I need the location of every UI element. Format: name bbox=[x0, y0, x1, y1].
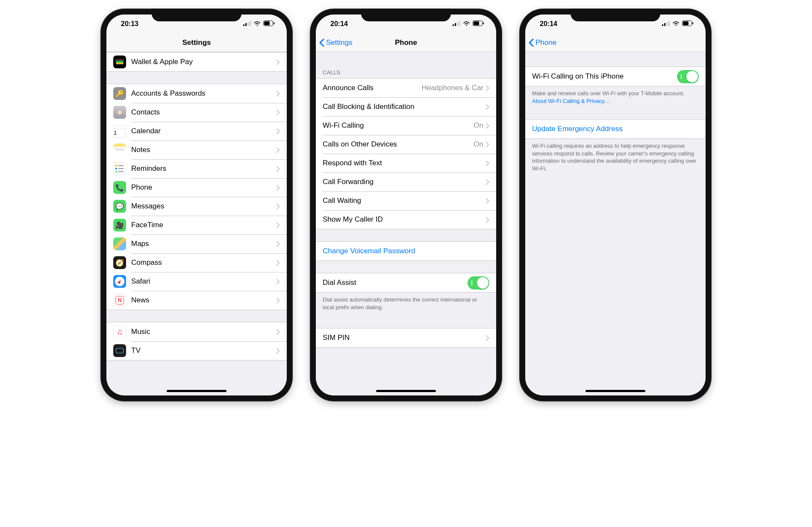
settings-row[interactable]: Call Blocking & Identification bbox=[316, 97, 496, 116]
chevron-right-icon bbox=[486, 217, 489, 223]
back-label: Settings bbox=[326, 38, 352, 47]
row-label: Wallet & Apple Pay bbox=[131, 58, 277, 66]
row-label: Wi-Fi Calling bbox=[323, 121, 474, 130]
settings-row[interactable]: Calls on Other DevicesOn bbox=[316, 135, 496, 154]
footer-link[interactable]: About Wi-Fi Calling & Privacy… bbox=[532, 98, 610, 104]
settings-row[interactable]: NNews bbox=[106, 291, 287, 310]
settings-row[interactable]: 🔑Accounts & Passwords bbox=[106, 84, 287, 103]
row-label: Messages bbox=[131, 202, 277, 211]
nav-bar: Settings bbox=[106, 33, 287, 52]
home-indicator[interactable] bbox=[585, 390, 645, 392]
settings-row[interactable]: Show My Caller ID bbox=[316, 210, 496, 229]
settings-row[interactable]: 💬Messages bbox=[106, 197, 287, 216]
settings-row[interactable]: Wallet & Apple Pay bbox=[106, 53, 287, 71]
row-label: Safari bbox=[131, 277, 277, 286]
row-label: Call Waiting bbox=[323, 196, 486, 205]
settings-row[interactable]: Change Voicemail Password bbox=[316, 242, 496, 261]
toggle-switch[interactable] bbox=[468, 276, 489, 290]
row-label: Wi-Fi Calling on This iPhone bbox=[532, 72, 677, 81]
notes-icon bbox=[113, 143, 126, 156]
back-button[interactable]: Phone bbox=[529, 38, 556, 47]
svg-rect-9 bbox=[457, 22, 458, 26]
svg-rect-3 bbox=[250, 21, 251, 26]
iphone-frame: 20:14SettingsPhoneCALLSAnnounce CallsHea… bbox=[310, 9, 502, 401]
settings-row[interactable]: Contacts bbox=[106, 103, 287, 122]
svg-rect-6 bbox=[274, 22, 274, 24]
tv-icon bbox=[113, 344, 126, 357]
svg-rect-15 bbox=[664, 23, 665, 26]
content-scroll[interactable]: Wallet & Apple Pay🔑Accounts & PasswordsC… bbox=[106, 52, 287, 395]
settings-row[interactable]: Announce CallsHeadphones & Car bbox=[316, 79, 496, 97]
settings-row[interactable]: ♫Music bbox=[106, 322, 287, 341]
settings-row[interactable]: 🎥FaceTime bbox=[106, 216, 287, 234]
row-label: Maps bbox=[131, 240, 277, 248]
phone-icon: 📞 bbox=[113, 181, 126, 194]
signal-icon bbox=[243, 20, 251, 28]
chevron-right-icon bbox=[486, 161, 489, 166]
battery-icon bbox=[473, 20, 484, 28]
row-label: Call Blocking & Identification bbox=[323, 102, 486, 111]
chevron-right-icon bbox=[277, 241, 280, 247]
battery-icon bbox=[682, 20, 694, 28]
svg-rect-12 bbox=[474, 21, 479, 25]
settings-row[interactable]: Dial Assist bbox=[316, 273, 496, 292]
svg-rect-8 bbox=[455, 23, 456, 26]
screen: 20:14PhoneWi-Fi Calling on This iPhoneMa… bbox=[525, 15, 706, 395]
settings-row[interactable]: Respond with Text bbox=[316, 154, 496, 173]
home-indicator[interactable] bbox=[376, 390, 436, 392]
nav-bar: SettingsPhone bbox=[316, 33, 496, 52]
settings-row[interactable]: ・・・・1Calendar bbox=[106, 122, 287, 141]
contacts-icon bbox=[113, 106, 126, 119]
settings-row[interactable]: Update Emergency Address bbox=[525, 120, 706, 138]
back-label: Phone bbox=[535, 38, 556, 47]
settings-row[interactable]: Maps bbox=[106, 234, 287, 253]
notch bbox=[571, 9, 660, 21]
section-header: CALLS bbox=[316, 67, 496, 78]
chevron-right-icon bbox=[277, 279, 280, 284]
svg-rect-17 bbox=[668, 21, 670, 26]
svg-rect-20 bbox=[692, 22, 693, 24]
nav-title: Settings bbox=[182, 38, 211, 47]
svg-rect-5 bbox=[264, 21, 270, 25]
news-icon: N bbox=[113, 294, 126, 307]
settings-row[interactable]: TV bbox=[106, 341, 287, 360]
nav-title: Phone bbox=[395, 38, 417, 47]
chevron-right-icon bbox=[277, 147, 280, 153]
reminders-icon bbox=[113, 162, 126, 175]
settings-row[interactable]: Call Forwarding bbox=[316, 173, 496, 191]
nav-bar: Phone bbox=[525, 33, 706, 52]
settings-row[interactable]: SIM PIN bbox=[316, 328, 496, 347]
home-indicator[interactable] bbox=[167, 390, 227, 392]
row-label: Dial Assist bbox=[323, 278, 468, 287]
chevron-right-icon bbox=[277, 260, 280, 266]
music-icon: ♫ bbox=[113, 325, 126, 338]
status-time: 20:13 bbox=[121, 20, 138, 28]
settings-row[interactable]: Notes bbox=[106, 141, 287, 159]
notch bbox=[152, 9, 241, 21]
row-label: Announce Calls bbox=[323, 84, 421, 92]
settings-row[interactable]: 🧭Compass bbox=[106, 253, 287, 272]
row-label: Calendar bbox=[131, 127, 277, 135]
row-label: TV bbox=[131, 346, 277, 355]
svg-rect-2 bbox=[247, 22, 249, 26]
toggle-switch[interactable] bbox=[677, 70, 699, 83]
settings-row[interactable]: 📞Phone bbox=[106, 178, 287, 197]
back-button[interactable]: Settings bbox=[319, 38, 352, 47]
settings-row[interactable]: Call Waiting bbox=[316, 191, 496, 210]
settings-row[interactable]: Safari bbox=[106, 272, 287, 291]
row-label: FaceTime bbox=[131, 221, 277, 229]
content-scroll[interactable]: Wi-Fi Calling on This iPhoneMake and rec… bbox=[525, 52, 706, 395]
chevron-right-icon bbox=[486, 179, 489, 185]
row-label: Respond with Text bbox=[323, 159, 486, 167]
settings-row[interactable]: Reminders bbox=[106, 159, 287, 178]
settings-row[interactable]: Wi-Fi Calling on This iPhone bbox=[525, 67, 706, 86]
chevron-right-icon bbox=[486, 142, 489, 147]
svg-rect-7 bbox=[453, 24, 454, 26]
content-scroll[interactable]: CALLSAnnounce CallsHeadphones & CarCall … bbox=[316, 52, 496, 395]
chevron-right-icon bbox=[486, 335, 489, 341]
chevron-right-icon bbox=[277, 110, 280, 115]
battery-icon bbox=[263, 20, 275, 28]
settings-row[interactable]: Wi-Fi CallingOn bbox=[316, 116, 496, 135]
signal-icon bbox=[453, 20, 460, 28]
section-footer: Dial assist automatically determines the… bbox=[316, 293, 496, 313]
